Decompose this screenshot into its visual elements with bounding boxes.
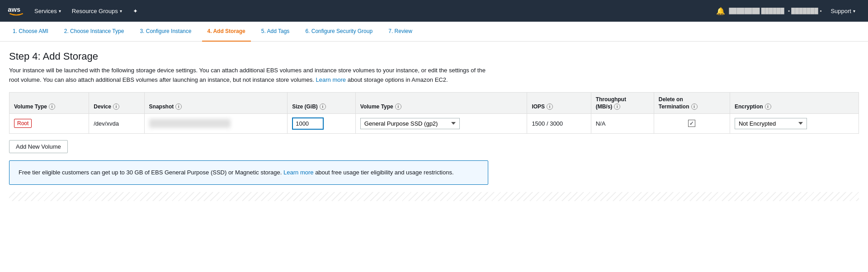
torn-edge-decoration (9, 192, 859, 201)
page-description: Your instance will be launched with the … (9, 66, 488, 85)
row-snapshot-cell: snap-XXXXXXXXXXXXXXXXX (144, 113, 288, 133)
snapshot-info-icon[interactable]: i (175, 103, 182, 110)
col-volume-type: Volume Type i (9, 92, 89, 113)
col-delete-on-term: Delete on Termination i (654, 92, 730, 113)
delete-on-termination-checkbox[interactable]: ✓ (688, 120, 695, 127)
info-box: Free tier eligible customers can get up … (9, 160, 488, 185)
tab-choose-ami[interactable]: 1. Choose AMI (7, 22, 54, 42)
device-value: /dev/xvda (94, 120, 119, 127)
row-device-cell: /dev/xvda (89, 113, 144, 133)
tab-add-tags[interactable]: 5. Add Tags (256, 22, 295, 42)
tab-configure-security-group[interactable]: 6. Configure Security Group (300, 22, 378, 42)
info-learn-more-link[interactable]: Learn more (283, 169, 313, 176)
delete-on-term-info-icon[interactable]: i (691, 103, 698, 110)
resource-groups-menu[interactable]: Resource Groups ▾ (66, 0, 127, 22)
col-throughput: Throughput (MB/s) i (591, 92, 654, 113)
favorites-icon[interactable]: ✦ (127, 0, 143, 22)
page-title: Step 4: Add Storage (9, 51, 859, 62)
device-info-icon[interactable]: i (113, 103, 119, 110)
tab-choose-instance-type[interactable]: 2. Choose Instance Type (59, 22, 130, 42)
tab-sep-6 (380, 29, 381, 34)
col-snapshot: Snapshot i (144, 92, 288, 113)
services-chevron-icon: ▾ (59, 9, 61, 14)
services-menu[interactable]: Services ▾ (29, 0, 66, 22)
tab-configure-instance[interactable]: 3. Configure Instance (134, 22, 197, 42)
volume-type-select[interactable]: General Purpose SSD (gp2) Provisioned IO… (360, 118, 460, 129)
throughput-value: N/A (596, 120, 606, 127)
row-encryption-cell: Not Encrypted Encrypted (730, 113, 859, 133)
row-throughput-cell: N/A (591, 113, 654, 133)
col-encryption: Encryption i (730, 92, 859, 113)
tab-sep-2 (131, 29, 132, 34)
size-info-icon[interactable]: i (320, 103, 326, 110)
star-icon: ✦ (133, 8, 138, 14)
add-new-volume-button[interactable]: Add New Volume (9, 140, 68, 153)
top-navigation: aws Services ▾ Resource Groups ▾ ✦ 🔔 ███… (0, 0, 868, 22)
col-iops: IOPS i (527, 92, 591, 113)
vol-type-info-icon[interactable]: i (395, 103, 401, 110)
page-content: Step 4: Add Storage Your instance will b… (0, 42, 868, 201)
tab-sep-4 (253, 29, 254, 34)
tab-add-storage[interactable]: 4. Add Storage (202, 22, 251, 42)
notification-bell-icon[interactable]: 🔔 (716, 7, 725, 15)
tab-sep-1 (56, 29, 57, 34)
row-size-cell (288, 113, 356, 133)
aws-logo[interactable]: aws (7, 5, 25, 17)
encryption-info-icon[interactable]: i (765, 103, 771, 110)
tab-sep-5 (297, 29, 298, 34)
col-vol-type: Volume Type i (355, 92, 527, 113)
svg-text:aws: aws (8, 6, 20, 13)
user-account-info: ████████ ██████ (729, 8, 784, 14)
size-gib-input[interactable] (292, 117, 324, 130)
row-delete-on-term-cell: ✓ (654, 113, 730, 133)
iops-info-icon[interactable]: i (547, 103, 553, 110)
throughput-info-icon[interactable]: i (614, 103, 620, 110)
iops-value: 1500 / 3000 (532, 120, 563, 127)
row-iops-cell: 1500 / 3000 (527, 113, 591, 133)
col-device: Device i (89, 92, 144, 113)
wizard-tabs: 1. Choose AMI 2. Choose Instance Type 3.… (0, 22, 868, 42)
tab-sep-3 (198, 29, 200, 34)
support-menu[interactable]: Support ▾ (825, 0, 861, 22)
resource-groups-chevron-icon: ▾ (120, 9, 122, 14)
encryption-select[interactable]: Not Encrypted Encrypted (735, 118, 807, 129)
row-vol-type-cell: General Purpose SSD (gp2) Provisioned IO… (355, 113, 527, 133)
volume-type-info-icon[interactable]: i (49, 103, 55, 110)
table-row: Root /dev/xvda snap-XXXXXXXXXXXXXXXXX Ge… (9, 113, 859, 133)
row-volume-type-cell: Root (9, 113, 89, 133)
storage-table: Volume Type i Device i Snapshot i (9, 92, 859, 134)
root-badge: Root (14, 119, 32, 128)
nav-right: 🔔 ████████ ██████ ▪ ███████ ▪ Support ▾ (716, 0, 861, 22)
support-chevron-icon: ▾ (853, 9, 855, 14)
col-size-gib: Size (GiB) i (288, 92, 356, 113)
learn-more-link[interactable]: Learn more (316, 76, 346, 83)
snapshot-value: snap-XXXXXXXXXXXXXXXXX (149, 119, 231, 128)
region-info: ▪ ███████ ▪ (788, 8, 822, 14)
tab-review[interactable]: 7. Review (383, 22, 418, 42)
